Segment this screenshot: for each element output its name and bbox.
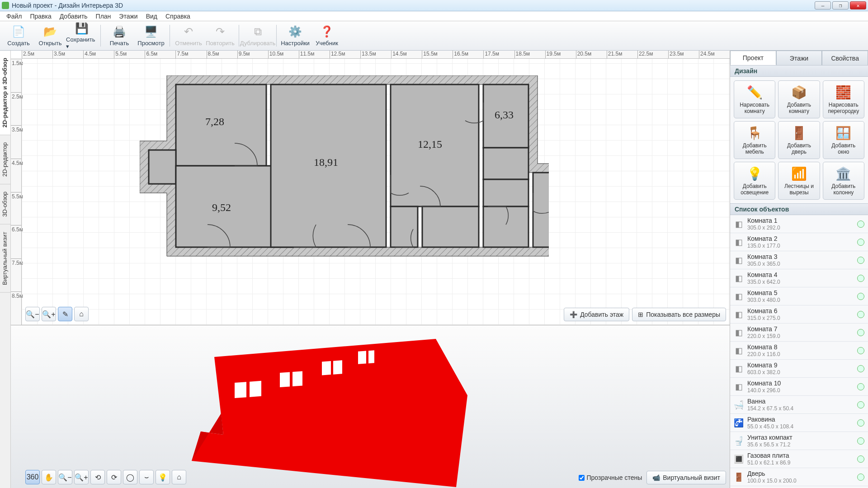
rtab-Этажи[interactable]: Этажи	[776, 51, 822, 65]
tool-add-furniture[interactable]: 🪑Добавить мебель	[734, 121, 775, 159]
object-item[interactable]: ◧Комната 2135.0 x 177.0	[730, 233, 868, 251]
rtab-Свойства[interactable]: Свойства	[822, 51, 868, 65]
menu-Добавить[interactable]: Добавить	[56, 12, 91, 21]
tool-draw-room[interactable]: ✏️Нарисовать комнату	[734, 80, 775, 118]
object-item[interactable]: 🔳Газовая плита51.0 x 62.1 x 86.9	[730, 450, 868, 468]
visibility-toggle-icon[interactable]	[857, 474, 864, 481]
menu-Этажи[interactable]: Этажи	[115, 12, 141, 21]
rtab-Проект[interactable]: Проект	[730, 51, 776, 65]
visibility-toggle-icon[interactable]	[857, 383, 864, 390]
pan-icon[interactable]: ✋	[42, 470, 56, 484]
view-3d[interactable]: 360 ✋ 🔍− 🔍+ ⟲ ⟳ ◯ ⌣ 💡 ⌂ Прозрачные стены…	[11, 325, 730, 488]
rotate-y-icon[interactable]: ⟳	[107, 470, 121, 484]
menu-План[interactable]: План	[92, 12, 115, 21]
object-item[interactable]: 🚽Унитаз компакт35.6 x 56.5 x 71.2	[730, 432, 868, 450]
object-item[interactable]: 🚰Раковина55.0 x 45.0 x 108.4	[730, 414, 868, 432]
maximize-button[interactable]: ❐	[832, 1, 849, 9]
dimensions-icon: ⊞	[638, 311, 643, 318]
visibility-toggle-icon[interactable]	[857, 311, 864, 318]
visibility-toggle-icon[interactable]	[857, 455, 864, 463]
menu-Правка[interactable]: Правка	[26, 12, 55, 21]
object-icon: 🛁	[734, 400, 744, 410]
toolbar-save[interactable]: 💾Сохранить ▾	[66, 23, 98, 49]
object-item[interactable]: ◧Комната 3305.0 x 365.0	[730, 251, 868, 269]
add-floor-button[interactable]: ➕Добавить этаж	[564, 308, 629, 321]
floor-plan[interactable]: 7,28 18,91 12,15 6,33 9,52	[140, 75, 549, 277]
visibility-toggle-icon[interactable]	[857, 293, 864, 300]
tool-draw-partition[interactable]: 🧱Нарисовать перегородку	[823, 80, 864, 118]
object-name: Дверь	[747, 470, 854, 478]
minimize-button[interactable]: —	[815, 1, 831, 9]
virtual-visit-button[interactable]: 📹Виртуальный визит	[646, 471, 726, 484]
tool-add-window[interactable]: 🪟Добавить окно	[823, 121, 864, 159]
object-item[interactable]: ◧Комната 9603.0 x 382.0	[730, 360, 868, 378]
object-item[interactable]: ◧Комната 7220.0 x 159.0	[730, 324, 868, 342]
svg-marker-19	[192, 339, 467, 487]
rotate-x-icon[interactable]: ⟲	[90, 470, 105, 484]
view-2d[interactable]: 2.5м3.5м4.5м5.5м6.5м7.5м8.5м9.5м10.5м11.…	[11, 51, 730, 325]
visibility-toggle-icon[interactable]	[857, 329, 864, 336]
ellipse-icon[interactable]: ◯	[123, 470, 137, 484]
visibility-toggle-icon[interactable]	[857, 437, 864, 445]
transparent-walls-checkbox[interactable]: Прозрачные стены	[579, 474, 642, 481]
home-icon[interactable]: ⌂	[172, 470, 186, 484]
toolbar: 📄Создать📂Открыть💾Сохранить ▾🖨️Печать🖥️Пр…	[0, 21, 868, 51]
arc-down-icon[interactable]: ⌣	[139, 470, 154, 484]
visibility-toggle-icon[interactable]	[857, 239, 864, 246]
object-dimensions: 305.0 x 292.0	[747, 225, 854, 231]
toolbar-preview[interactable]: 🖥️Просмотр	[135, 23, 167, 49]
object-item[interactable]: ◧Комната 1305.0 x 292.0	[730, 215, 868, 233]
visibility-toggle-icon[interactable]	[857, 419, 864, 427]
object-item[interactable]: ◧Комната 6315.0 x 275.0	[730, 305, 868, 324]
tool-add-column[interactable]: 🏛️Добавить колонну	[823, 162, 864, 200]
save-icon: 💾	[75, 22, 89, 35]
visibility-toggle-icon[interactable]	[857, 401, 864, 408]
svg-rect-25	[322, 361, 331, 375]
object-name: Комната 1	[747, 217, 854, 225]
object-name: Газовая плита	[747, 452, 854, 460]
object-dimensions: 603.0 x 382.0	[747, 369, 854, 375]
visibility-toggle-icon[interactable]	[857, 275, 864, 282]
toolbar-create[interactable]: 📄Создать	[3, 23, 34, 49]
vtab-3[interactable]: Виртуальный визит	[0, 225, 10, 293]
visibility-toggle-icon[interactable]	[857, 221, 864, 228]
zoom-in-icon[interactable]: 🔍+	[42, 307, 56, 321]
tool-add-door[interactable]: 🚪Добавить дверь	[778, 121, 820, 159]
object-icon: 🚪	[734, 472, 744, 482]
object-item[interactable]: ◧Комната 4335.0 x 642.0	[730, 269, 868, 287]
object-item[interactable]: ◧Комната 10140.0 x 296.0	[730, 378, 868, 396]
toolbar-settings[interactable]: ⚙️Настройки	[279, 23, 311, 49]
left-vertical-tabs: 2D-редактор и 3D-обзор2D-редактор3D-обзо…	[0, 51, 11, 488]
menu-Справка[interactable]: Справка	[162, 12, 194, 21]
tool-add-room[interactable]: 📦Добавить комнату	[778, 80, 820, 118]
zoom-out-icon[interactable]: 🔍−	[25, 307, 40, 321]
add-light-icon: 💡	[747, 166, 763, 181]
visibility-toggle-icon[interactable]	[857, 347, 864, 354]
vtab-1[interactable]: 2D-редактор	[0, 135, 10, 184]
menu-Вид[interactable]: Вид	[142, 12, 161, 21]
toolbar-open[interactable]: 📂Открыть	[34, 23, 66, 49]
menu-Файл[interactable]: Файл	[3, 12, 25, 21]
object-item[interactable]: 🚪Дверь100.0 x 15.0 x 200.0	[730, 468, 868, 486]
object-item[interactable]: ◧Комната 8220.0 x 116.0	[730, 342, 868, 360]
object-item[interactable]: 🛁Ванна154.2 x 67.5 x 50.4	[730, 396, 868, 414]
close-button[interactable]: ✕	[850, 1, 866, 9]
svg-text:18,91: 18,91	[314, 156, 338, 168]
show-dimensions-button[interactable]: ⊞Показывать все размеры	[632, 308, 726, 321]
light-icon[interactable]: 💡	[156, 470, 170, 484]
vtab-2[interactable]: 3D-обзор	[0, 184, 10, 225]
object-item[interactable]: ◧Комната 5303.0 x 480.0	[730, 287, 868, 305]
edit-icon[interactable]: ✎	[58, 307, 72, 321]
zoom-out-icon[interactable]: 🔍−	[58, 470, 72, 484]
orbit-icon[interactable]: 360	[25, 470, 40, 484]
object-icon: ◧	[734, 364, 744, 374]
tool-stairs[interactable]: 📶Лестницы и вырезы	[778, 162, 820, 200]
toolbar-tutorial[interactable]: ❓Учебник	[311, 23, 343, 49]
home-icon[interactable]: ⌂	[74, 307, 89, 321]
zoom-in-icon[interactable]: 🔍+	[74, 470, 89, 484]
tool-add-light[interactable]: 💡Добавить освещение	[734, 162, 775, 200]
visibility-toggle-icon[interactable]	[857, 365, 864, 372]
visibility-toggle-icon[interactable]	[857, 257, 864, 264]
vtab-0[interactable]: 2D-редактор и 3D-обзор	[0, 51, 10, 135]
toolbar-print[interactable]: 🖨️Печать	[104, 23, 135, 49]
